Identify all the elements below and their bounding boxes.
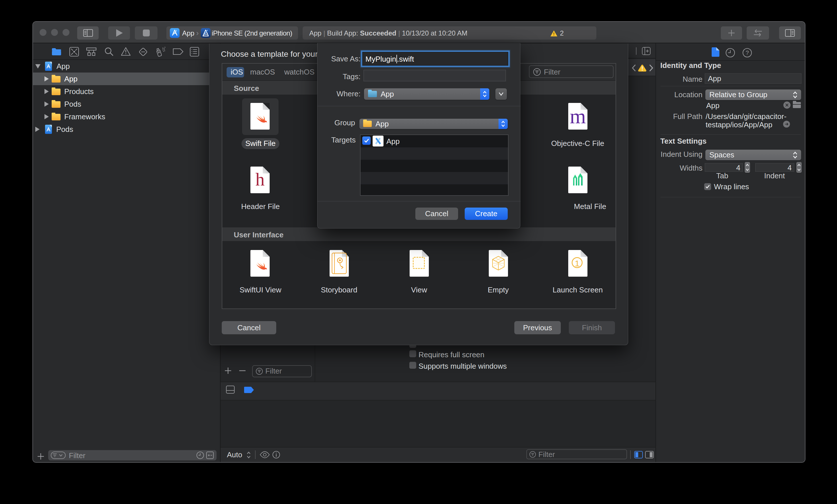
svg-text:?: ? (746, 50, 749, 56)
